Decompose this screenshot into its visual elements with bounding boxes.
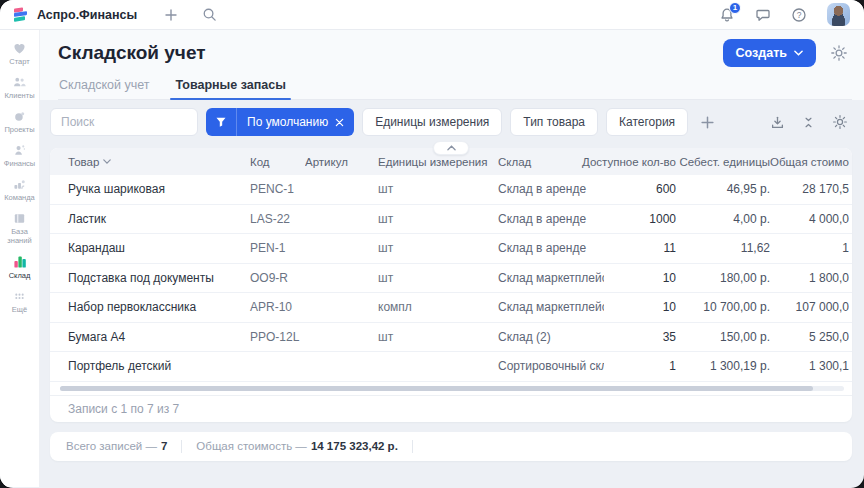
table-row[interactable]: Бумага А4 PPO-12L шт Склад (2) 35 150,00… bbox=[50, 323, 852, 353]
cell-code: PPO-12L bbox=[250, 330, 305, 344]
cell-unit: компл bbox=[378, 300, 498, 314]
create-button[interactable]: Создать bbox=[723, 39, 816, 67]
column-header-total-cost[interactable]: Общая стоимость bbox=[770, 156, 849, 168]
records-info: Записи с 1 по 7 из 7 bbox=[50, 395, 852, 422]
warehouse-icon bbox=[12, 254, 28, 270]
funnel-icon bbox=[206, 116, 236, 128]
horizontal-scrollbar bbox=[50, 382, 852, 395]
cell-qty: 10 bbox=[604, 300, 676, 314]
table-row[interactable]: Карандаш PEN-1 шт Склад в аренде 11 11,6… bbox=[50, 234, 852, 264]
collapse-filters-pill[interactable] bbox=[433, 141, 469, 155]
svg-text:?: ? bbox=[797, 9, 802, 19]
total-cost-label: Общая стоимость — bbox=[196, 440, 307, 452]
cell-unit-cost: 4,00 р. bbox=[676, 212, 770, 226]
sidebar-item-warehouse[interactable]: Склад bbox=[0, 254, 40, 280]
sidebar-item-finance[interactable]: Финансы bbox=[0, 143, 40, 168]
more-dots-icon bbox=[12, 289, 27, 304]
cell-warehouse: Склад маркетплейса bbox=[498, 300, 604, 314]
sidebar-item-more[interactable]: Ещё bbox=[0, 289, 40, 314]
table-row[interactable]: Набор первоклассника APR-10 компл Склад … bbox=[50, 293, 852, 323]
table-row[interactable]: Ручка шариковая PENC-1 шт Склад в аренде… bbox=[50, 175, 852, 205]
add-icon[interactable] bbox=[163, 7, 179, 23]
table-row[interactable]: Портфель детский Сортировочный скла 1 1 … bbox=[50, 352, 852, 382]
cell-unit-cost: 150,00 р. bbox=[676, 330, 770, 344]
cell-warehouse: Склад в аренде bbox=[498, 182, 604, 196]
sidebar-item-start[interactable]: Старт bbox=[0, 41, 40, 66]
cell-unit: шт bbox=[378, 271, 498, 285]
cell-total-cost: 107 000,0 bbox=[770, 300, 849, 314]
cell-product: Портфель детский bbox=[68, 359, 250, 373]
stock-table: Товар Код Артикул Единицы измерения Скла… bbox=[50, 148, 852, 422]
cell-product: Ластик bbox=[68, 212, 250, 226]
cell-product: Карандаш bbox=[68, 241, 250, 255]
column-header-available-qty[interactable]: Доступное кол-во bbox=[576, 156, 676, 168]
user-avatar[interactable] bbox=[827, 3, 850, 26]
filter-category-button[interactable]: Категория bbox=[606, 108, 688, 136]
column-header-warehouse[interactable]: Склад bbox=[498, 156, 576, 168]
total-cost-value: 14 175 323,42 р. bbox=[311, 440, 398, 452]
sidebar: Старт Клиенты Проекты Финансы Команда Ба… bbox=[0, 30, 40, 487]
cell-qty: 600 bbox=[604, 182, 676, 196]
chevron-down-icon bbox=[794, 50, 803, 56]
tab-goods-stock[interactable]: Товарные запасы bbox=[174, 72, 286, 99]
table-row[interactable]: Подставка под документы OO9-R шт Склад м… bbox=[50, 264, 852, 294]
cell-qty: 10 bbox=[604, 271, 676, 285]
notification-badge: 1 bbox=[729, 2, 741, 14]
remove-filter-icon[interactable] bbox=[335, 118, 354, 127]
help-icon[interactable]: ? bbox=[791, 7, 807, 23]
table-settings-gear-icon[interactable] bbox=[832, 114, 848, 130]
start-icon bbox=[12, 41, 27, 56]
app-logo-icon bbox=[14, 7, 29, 22]
add-filter-icon[interactable] bbox=[696, 113, 719, 132]
cell-warehouse: Склад в аренде bbox=[498, 241, 604, 255]
column-header-product[interactable]: Товар bbox=[68, 156, 250, 168]
projects-icon bbox=[12, 109, 27, 124]
cell-product: Ручка шариковая bbox=[68, 182, 250, 196]
page-settings-gear-icon[interactable] bbox=[830, 44, 852, 62]
chat-icon[interactable] bbox=[755, 7, 771, 23]
page-title: Складской учет bbox=[58, 42, 206, 64]
tab-bar: Складской учет Товарные запасы bbox=[58, 72, 852, 100]
column-header-code[interactable]: Код bbox=[250, 156, 305, 168]
cell-total-cost: 28 170,5 bbox=[770, 182, 849, 196]
cell-warehouse: Склад (2) bbox=[498, 330, 604, 344]
cell-warehouse: Склад в аренде bbox=[498, 212, 604, 226]
column-header-unit-cost[interactable]: Себест. единицы bbox=[676, 156, 770, 168]
knowledge-base-icon bbox=[12, 211, 27, 226]
sidebar-item-team[interactable]: Команда bbox=[0, 177, 40, 202]
cell-unit-cost: 180,00 р. bbox=[676, 271, 770, 285]
notifications-bell-icon[interactable]: 1 bbox=[719, 7, 735, 23]
cell-code: PENC-1 bbox=[250, 182, 305, 196]
filter-product-type-button[interactable]: Тип товара bbox=[510, 108, 598, 136]
search-icon[interactable] bbox=[201, 7, 217, 23]
table-row[interactable]: Ластик LAS-22 шт Склад в аренде 1000 4,0… bbox=[50, 205, 852, 235]
column-header-units[interactable]: Единицы измерения bbox=[378, 156, 498, 168]
filter-units-button[interactable]: Единицы измерения bbox=[362, 108, 502, 136]
topbar: Аспро.Финансы 1 ? bbox=[0, 0, 864, 30]
export-download-icon[interactable] bbox=[770, 115, 785, 130]
cell-code: LAS-22 bbox=[250, 212, 305, 226]
sidebar-item-projects[interactable]: Проекты bbox=[0, 109, 40, 134]
sidebar-item-clients[interactable]: Клиенты bbox=[0, 75, 40, 100]
app-name: Аспро.Финансы bbox=[37, 8, 137, 22]
active-filter-chip[interactable]: По умолчанию bbox=[206, 108, 354, 136]
cell-qty: 35 bbox=[604, 330, 676, 344]
cell-code: PEN-1 bbox=[250, 241, 305, 255]
total-records-value: 7 bbox=[161, 440, 167, 452]
cell-unit: шт bbox=[378, 241, 498, 255]
column-header-article[interactable]: Артикул bbox=[305, 156, 378, 168]
collapse-rows-icon[interactable] bbox=[802, 116, 815, 129]
cell-warehouse: Сортировочный скла bbox=[498, 359, 604, 373]
cell-total-cost: 5 250,0 bbox=[770, 330, 849, 344]
page-header: Складской учет Создать Складской учет То… bbox=[40, 30, 864, 100]
app-window: Аспро.Финансы 1 ? Старт bbox=[0, 0, 864, 488]
cell-total-cost: 1 800,0 bbox=[770, 271, 849, 285]
sort-chevron-icon bbox=[103, 159, 111, 164]
search-input[interactable] bbox=[50, 108, 198, 136]
tab-warehouse-accounting[interactable]: Складской учет bbox=[58, 72, 150, 99]
cell-total-cost: 4 000,0 bbox=[770, 212, 849, 226]
cell-product: Бумага А4 bbox=[68, 330, 250, 344]
cell-unit: шт bbox=[378, 212, 498, 226]
scrollbar-thumb[interactable] bbox=[60, 386, 813, 391]
sidebar-item-knowledge-base[interactable]: База знаний bbox=[0, 211, 40, 245]
